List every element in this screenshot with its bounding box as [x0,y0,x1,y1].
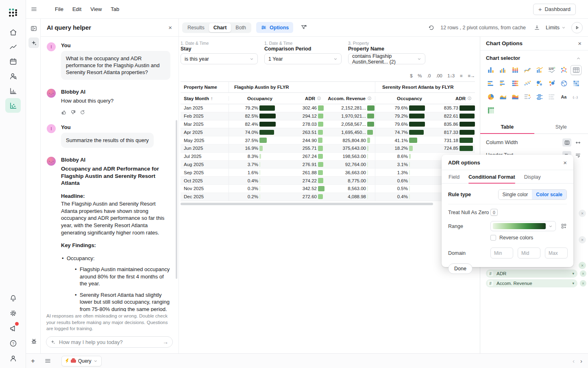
menu-view[interactable]: View [90,6,102,12]
done-button[interactable]: Done [448,263,473,274]
menu-tab[interactable]: Tab [111,6,119,12]
stacked-bar-icon[interactable] [510,65,520,75]
text-list-icon[interactable] [546,92,557,102]
logo-grid-icon[interactable] [5,5,21,20]
line-chart-icon[interactable] [5,39,21,54]
boxplot-icon[interactable] [534,92,545,102]
prev-tab-icon[interactable]: ‹ [573,357,575,364]
gear-icon[interactable] [5,306,21,320]
remove-field-icon[interactable]: × [580,280,586,287]
domain-max-input[interactable] [545,248,568,258]
big-number-icon[interactable]: 123 [546,65,557,75]
next-tab-icon[interactable]: › [580,357,582,364]
remove-field-icon[interactable]: × [579,210,586,217]
column-header-adr[interactable]: ADR [276,96,324,101]
hstacked-bar-icon[interactable] [510,79,520,88]
scatter-icon[interactable] [522,79,533,88]
filter-value-dropdown[interactable]: contains Flagship Austin,Serenit... (2) [348,53,425,64]
heatmap-icon[interactable] [571,79,581,88]
close-panel-icon[interactable]: × [578,40,581,46]
ai-sparkle-icon[interactable] [28,37,39,48]
custom-code-icon[interactable]: (...) [571,92,581,102]
table-row[interactable]: Sep 20251.6%261.8836,663.001.3% [181,169,475,177]
column-header-occupancy[interactable]: Occupancy [229,96,276,101]
tab-style[interactable]: Style [534,121,588,134]
tab-list-icon[interactable] [44,357,51,364]
regenerate-icon[interactable] [80,110,85,115]
hamburger-menu-icon[interactable] [30,6,37,13]
table-row[interactable]: Mar 202582.4%278.032,058,567...79.6%835.… [181,120,475,129]
grouped-bar-icon[interactable] [497,65,508,75]
help-icon[interactable]: ? [5,336,21,350]
menu-file[interactable]: File [55,6,63,12]
options-button[interactable]: Options [256,22,293,33]
table-row[interactable]: Dec 20250.2%272.604,088.980.4% [181,193,475,201]
custom-palette-icon[interactable] [561,223,567,229]
treat-null-toggle[interactable]: 0 [490,209,498,216]
bubble-icon[interactable] [534,79,545,88]
group-header-flagship[interactable]: Flagship Austin by FLYR [229,82,375,92]
scatter-color-icon[interactable] [558,65,569,75]
collapse-chevron-icon[interactable] [576,56,581,61]
fixed-columns-icon[interactable] [562,138,571,147]
field-pill[interactable]: # Accom. Revenue ▾ [486,279,577,287]
bubble-color-icon[interactable] [546,79,557,88]
chat-scrollbar[interactable] [176,120,177,279]
tab-conditional-format[interactable]: Conditional Format [468,174,515,183]
align-lines-icon[interactable]: ≡ [460,73,462,78]
tab-display[interactable]: Display [524,174,541,183]
add-tab-icon[interactable]: + [31,357,35,365]
add-dashboard-button[interactable]: + Dashboard [533,4,576,15]
column-header-stay-month[interactable]: Stay Month↑ [181,96,229,101]
stacked-area-icon[interactable] [510,92,520,102]
wrap-header-icon[interactable] [573,151,582,159]
hgrouped-bar-icon[interactable] [497,79,508,88]
pie-icon[interactable] [485,92,496,102]
line-chart-icon[interactable] [522,65,533,75]
table-row[interactable]: Apr 202574.0%263.511,695,450...74.7%817.… [181,128,475,136]
tab-table[interactable]: Table [480,121,534,134]
close-modal-icon[interactable]: × [563,160,567,166]
reverse-colors-checkbox[interactable] [490,235,496,241]
chevron-down-icon[interactable]: ▾ [572,281,574,285]
table-row[interactable]: Nov 20250.3%342.528,563.000.5% [181,185,475,193]
list-sparkle-icon[interactable] [522,92,533,102]
wrap-text-icon[interactable]: ≡→ [468,73,475,78]
run-query-button[interactable] [571,22,583,33]
megaphone-icon[interactable] [5,321,21,335]
calendar-icon[interactable] [5,54,21,69]
hbar-icon[interactable] [485,79,496,88]
chat-scroll-area[interactable]: I You What is the occupancy and ADR perf… [41,37,179,311]
bar-chart-icon[interactable] [5,83,21,98]
limits-dropdown[interactable]: Limits [546,24,566,31]
remove-field-icon[interactable]: × [580,270,586,277]
remove-field-icon[interactable]: × [579,236,586,243]
domain-mid-input[interactable] [518,248,540,258]
tab-both[interactable]: Both [231,23,250,32]
table-row[interactable]: May 202537.5%244.90825,804.8041.1%731.18 [181,136,475,145]
sort-numeric-icon[interactable]: 1↓3 [447,73,455,78]
chat-input[interactable] [59,339,159,345]
text-style-icon[interactable]: Aa [558,92,569,102]
send-arrow-icon[interactable]: → [163,339,168,345]
download-icon[interactable] [534,24,540,31]
tab-chart[interactable]: Chart [209,23,231,32]
thumbs-down-icon[interactable] [70,110,76,115]
close-panel-icon[interactable]: × [168,24,172,31]
single-color-option[interactable]: Single color [499,190,532,199]
home-icon[interactable] [5,25,21,39]
tab-results[interactable]: Results [183,23,209,32]
table-row[interactable]: Jan 202579.2%302.462,152,281...79.6%835.… [181,104,475,112]
table-row[interactable]: Feb 202582.5%294.121,970,921...79.2%822.… [181,112,475,120]
panel-toggle-icon[interactable] [28,23,39,34]
group-header-serenity[interactable]: Serenity Resort Atlanta by FLYR [375,82,475,92]
color-range-select[interactable] [490,221,556,231]
table-row[interactable]: Jul 20258.3%267.24198,563.008.6% [181,153,475,161]
percent-format-icon[interactable]: % [418,73,422,78]
pivot-table-icon[interactable] [485,105,496,115]
bell-icon[interactable] [5,291,21,305]
tab-field[interactable]: Field [449,174,460,183]
table-row[interactable]: Oct 20250.4%274.228,775.000.6% [181,177,475,185]
map-icon[interactable] [558,79,569,88]
query-tab[interactable]: Query [61,356,102,366]
